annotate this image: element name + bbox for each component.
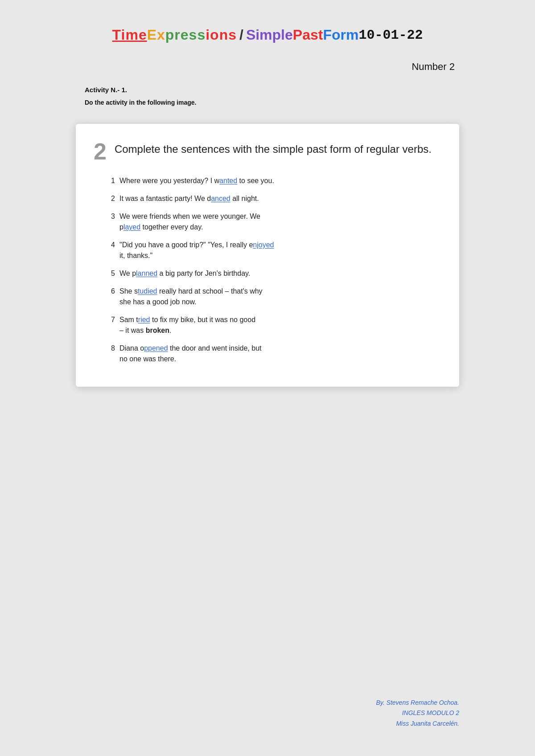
footer: By. Stevens Remache Ochoa. INGLES MODULO… — [76, 689, 459, 729]
blank-anted: anted — [219, 177, 237, 184]
sentence-num: 6 — [107, 286, 115, 297]
blank-lanned: lanned — [136, 270, 157, 277]
list-item: 5 We planned a big party for Jen's birth… — [107, 268, 437, 279]
title-form: Form — [323, 27, 358, 43]
sentence-text: It was a fantastic party! We danced all … — [119, 193, 437, 204]
sentence-text: We planned a big party for Jen's birthda… — [119, 268, 437, 279]
sentence-text: We were friends when we were younger. We… — [119, 211, 437, 233]
title-past: Past — [293, 27, 323, 43]
blank-ried: ried — [138, 316, 150, 323]
title-separator: / — [239, 27, 243, 43]
blank-anced: anced — [211, 195, 230, 202]
blank-tudied: tudied — [138, 287, 157, 295]
title-ions: ions — [206, 27, 237, 43]
sentence-num: 2 — [107, 193, 115, 204]
footer-line3: Miss Juanita Carcelén. — [76, 719, 459, 729]
activity-instruction: Do the activity in the following image. — [76, 99, 459, 106]
list-item: 2 It was a fantastic party! We danced al… — [107, 193, 437, 204]
blank-ppened: ppened — [144, 344, 168, 352]
card-number: 2 — [94, 140, 107, 163]
activity-card: 2 Complete the sentences with the simple… — [76, 124, 459, 387]
sentence-text: "Did you have a good trip?" "Yes, I real… — [119, 240, 437, 261]
sentence-num: 8 — [107, 343, 115, 354]
footer-line2: INGLES MODULO 2 — [76, 708, 459, 719]
sentence-num: 3 — [107, 211, 115, 222]
list-item: 4 "Did you have a good trip?" "Yes, I re… — [107, 240, 437, 261]
sentence-num: 1 — [107, 176, 115, 186]
card-header: 2 Complete the sentences with the simple… — [94, 142, 437, 163]
title-simple: Simple — [246, 27, 293, 43]
sentence-text: Where were you yesterday? I wanted to se… — [119, 176, 437, 186]
page-title: TimeExpressions/Simple Past Form 10-01-2… — [76, 27, 459, 43]
blank-njoyed: njoyed — [253, 241, 274, 249]
activity-header: Activity N.- 1. — [76, 86, 459, 94]
number-label: Number 2 — [76, 61, 459, 73]
title-press: press — [165, 27, 206, 43]
list-item: 1 Where were you yesterday? I wanted to … — [107, 176, 437, 186]
footer-line1: By. Stevens Remache Ochoa. — [76, 698, 459, 708]
list-item: 6 She studied really hard at school – th… — [107, 286, 437, 307]
sentence-num: 4 — [107, 240, 115, 250]
sentence-num: 5 — [107, 268, 115, 279]
list-item: 3 We were friends when we were younger. … — [107, 211, 437, 233]
sentence-text: Sam tried to fix my bike, but it was no … — [119, 315, 437, 336]
title-ex: Ex — [147, 27, 165, 43]
list-item: 8 Diana oppened the door and went inside… — [107, 343, 437, 364]
sentence-text: Diana oppened the door and went inside, … — [119, 343, 437, 364]
page: TimeExpressions/Simple Past Form 10-01-2… — [76, 27, 459, 729]
list-item: 7 Sam tried to fix my bike, but it was n… — [107, 315, 437, 336]
sentence-num: 7 — [107, 315, 115, 325]
blank-layed: layed — [123, 223, 140, 231]
sentence-text: She studied really hard at school – that… — [119, 286, 437, 307]
sentences-list: 1 Where were you yesterday? I wanted to … — [94, 176, 437, 364]
card-title: Complete the sentences with the simple p… — [115, 142, 432, 157]
title-time: Time — [112, 27, 147, 43]
title-date: 10-01-22 — [358, 28, 423, 43]
